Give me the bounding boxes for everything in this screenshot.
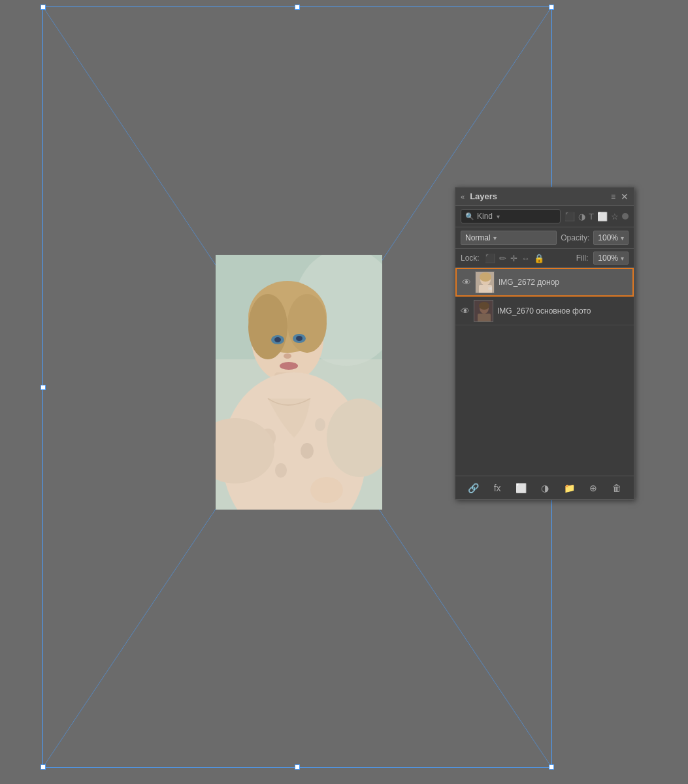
lock-image-icon[interactable]: ✏: [499, 253, 506, 263]
handle-top-right[interactable]: [549, 5, 554, 10]
add-adjustment-icon[interactable]: ◑: [538, 482, 551, 495]
fill-label: Fill:: [576, 253, 589, 263]
layer-2-thumbnail: [474, 300, 493, 322]
fill-dropdown-arrow: ▾: [621, 255, 624, 262]
layer-1-visibility-icon[interactable]: 👁: [462, 277, 471, 287]
layers-empty-area: [455, 325, 634, 476]
lock-label: Lock:: [461, 253, 480, 263]
fill-dropdown[interactable]: 100% ▾: [593, 252, 629, 265]
svg-point-19: [275, 463, 287, 478]
blend-mode-dropdown[interactable]: Normal ▾: [461, 231, 557, 245]
link-layers-icon[interactable]: 🔗: [465, 482, 482, 495]
panel-title-left: « Layers: [461, 191, 497, 201]
portrait-svg: [216, 255, 382, 510]
photo-layer: [216, 255, 382, 510]
opacity-dropdown[interactable]: 100% ▾: [593, 231, 629, 245]
panel-bottom-bar: 🔗 fx ⬜ ◑ 📁 ⊕ 🗑: [455, 476, 634, 499]
svg-point-13: [284, 353, 291, 359]
lock-artboard-icon[interactable]: ↔: [521, 253, 530, 263]
layer-2-thumb-svg: [474, 301, 493, 322]
handle-bottom-center[interactable]: [295, 764, 300, 770]
svg-point-7: [248, 294, 287, 359]
filter-icons: ⬛ ◑ T ⬜ ☆: [565, 212, 629, 221]
filter-kind-label: Kind: [477, 212, 493, 221]
svg-point-8: [287, 294, 327, 353]
opacity-value-text: 100%: [598, 233, 618, 242]
svg-rect-31: [478, 314, 491, 322]
layer-item-1[interactable]: 👁 ⊞ IMG_2672 донор: [455, 268, 634, 297]
filter-kind-dropdown-arrow: ▾: [497, 213, 500, 220]
lock-position-icon[interactable]: ✛: [510, 253, 517, 263]
svg-point-30: [479, 302, 489, 310]
opacity-label: Opacity:: [561, 233, 589, 242]
filter-type-icon[interactable]: T: [589, 212, 594, 221]
svg-point-14: [280, 362, 298, 370]
delete-layer-icon[interactable]: 🗑: [610, 482, 624, 495]
blend-mode-arrow: ▾: [493, 235, 497, 242]
filter-adjustment-icon[interactable]: ◑: [578, 212, 585, 221]
layer-fx-icon[interactable]: fx: [491, 482, 504, 495]
svg-point-26: [480, 272, 491, 282]
handle-bottom-left[interactable]: [41, 764, 46, 770]
svg-point-20: [315, 418, 325, 431]
filter-search-box[interactable]: 🔍 Kind ▾: [461, 209, 561, 223]
portrait-image: [216, 255, 382, 510]
layer-1-thumbnail: ⊞: [475, 271, 495, 293]
panel-close-icon[interactable]: ✕: [621, 192, 629, 201]
lock-icons: ⬛ ✏ ✛ ↔ 🔒: [485, 253, 571, 263]
blend-mode-row: Normal ▾ Opacity: 100% ▾: [455, 227, 634, 249]
panel-collapse-icon[interactable]: «: [461, 193, 465, 201]
svg-point-23: [310, 477, 343, 503]
layer-2-visibility-icon[interactable]: 👁: [461, 306, 470, 316]
blend-mode-label: Normal: [465, 233, 491, 242]
layer-1-smart-icon: ⊞: [488, 286, 493, 291]
fill-value-text: 100%: [598, 253, 618, 263]
new-group-icon[interactable]: 📁: [561, 482, 578, 495]
panel-menu-icon[interactable]: ≡: [611, 192, 615, 201]
add-mask-icon[interactable]: ⬜: [513, 482, 529, 495]
handle-top-left[interactable]: [41, 5, 46, 10]
canvas-area: « Layers ≡ ✕ 🔍 Kind ▾ ⬛ ◑ T: [0, 0, 688, 784]
layer-item-2[interactable]: 👁 IMG_2670 основное фото: [455, 297, 634, 325]
handle-top-center[interactable]: [295, 5, 300, 10]
filter-row: 🔍 Kind ▾ ⬛ ◑ T ⬜ ☆: [455, 206, 634, 227]
layers-panel: « Layers ≡ ✕ 🔍 Kind ▾ ⬛ ◑ T: [455, 187, 634, 500]
layer-2-name: IMG_2670 основное фото: [497, 306, 629, 316]
filter-pixel-icon[interactable]: ⬛: [565, 212, 575, 221]
panel-title: Layers: [470, 191, 497, 201]
filter-shape-icon[interactable]: ⬜: [597, 212, 608, 221]
lock-all-icon[interactable]: 🔒: [534, 253, 544, 263]
svg-point-12: [296, 336, 303, 341]
lock-transparent-icon[interactable]: ⬛: [485, 253, 495, 263]
new-layer-icon[interactable]: ⊕: [587, 482, 600, 495]
handle-bottom-right[interactable]: [549, 764, 554, 770]
opacity-dropdown-arrow: ▾: [621, 235, 624, 242]
layer-1-name: IMG_2672 донор: [499, 278, 627, 287]
layers-list: 👁 ⊞ IMG_2672 донор 👁: [455, 268, 634, 476]
filter-smart-icon[interactable]: ☆: [611, 212, 619, 221]
handle-middle-left[interactable]: [41, 385, 46, 390]
svg-point-18: [301, 443, 314, 459]
search-icon: 🔍: [465, 212, 474, 221]
lock-row: Lock: ⬛ ✏ ✛ ↔ 🔒 Fill: 100% ▾: [455, 249, 634, 268]
svg-point-11: [274, 337, 281, 342]
panel-titlebar: « Layers ≡ ✕: [455, 188, 634, 206]
filter-dot-indicator: [622, 213, 629, 220]
